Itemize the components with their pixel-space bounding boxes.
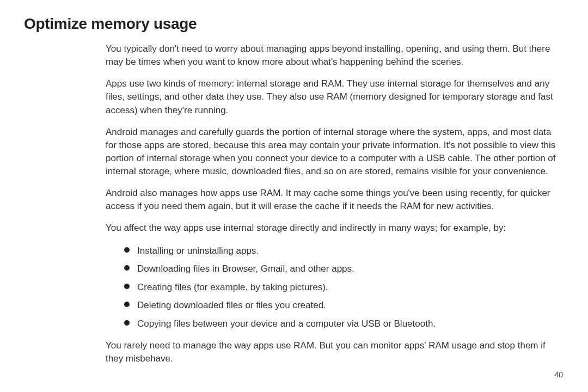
list-item: Creating files (for example, by taking p… (124, 280, 556, 295)
list-item: Downloading files in Browser, Gmail, and… (124, 262, 556, 276)
document-page: Optimize memory usage You typically don'… (0, 0, 588, 392)
paragraph-intro: You typically don't need to worry about … (106, 42, 556, 69)
paragraph-closing: You rarely need to manage the way apps u… (106, 339, 556, 365)
bullet-list: Installing or uninstalling apps. Downloa… (106, 244, 556, 331)
page-number: 40 (554, 370, 563, 379)
paragraph-memory-types: Apps use two kinds of memory: internal s… (106, 77, 556, 117)
page-heading: Optimize memory usage (24, 15, 564, 33)
paragraph-ram-cache: Android also manages how apps use RAM. I… (106, 187, 556, 213)
body-content: You typically don't need to worry about … (106, 42, 556, 365)
list-item: Deleting downloaded files or files you c… (124, 298, 556, 313)
paragraph-list-intro: You affect the way apps use internal sto… (106, 222, 556, 235)
paragraph-internal-storage: Android manages and carefully guards the… (106, 126, 556, 179)
list-item: Installing or uninstalling apps. (124, 244, 556, 258)
list-item: Copying files between your device and a … (124, 317, 556, 331)
